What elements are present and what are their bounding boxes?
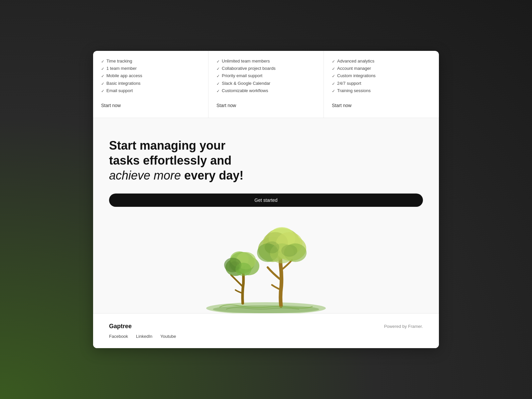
svg-point-18 (265, 241, 279, 253)
pricing-col-enterprise: ✓Advanced analytics ✓Account manager ✓Cu… (324, 51, 439, 118)
feature-item: ✓Slack & Google Calendar (216, 80, 316, 87)
check-icon: ✓ (216, 66, 220, 72)
pro-feature-list: ✓Unlimited team members ✓Collaborative p… (216, 58, 316, 95)
enterprise-feature-list: ✓Advanced analytics ✓Account manager ✓Cu… (332, 58, 431, 95)
start-now-button-basic[interactable]: Start now (101, 103, 121, 108)
feature-item: ✓24/7 support (332, 80, 431, 87)
feature-item: ✓Collaborative project boards (216, 65, 316, 72)
check-icon: ✓ (101, 58, 104, 65)
footer-top: Gaptree Powered by Framer. (109, 323, 423, 330)
outer-background: ✓Time tracking ✓1 team member ✓Mobile ap… (0, 0, 532, 399)
trees-svg (200, 213, 332, 313)
footer-link-linkedin[interactable]: LinkedIn (136, 334, 152, 339)
check-icon: ✓ (101, 73, 104, 79)
check-icon: ✓ (101, 66, 104, 72)
basic-feature-list: ✓Time tracking ✓1 team member ✓Mobile ap… (101, 58, 200, 95)
cta-headline: Start managing your tasks effortlessly a… (109, 138, 249, 183)
start-now-button-pro[interactable]: Start now (216, 103, 236, 108)
feature-item: ✓Custom integrations (332, 72, 431, 79)
feature-item: ✓Time tracking (101, 58, 200, 65)
check-icon: ✓ (216, 80, 220, 87)
check-icon: ✓ (101, 88, 104, 94)
pricing-col-pro: ✓Unlimited team members ✓Collaborative p… (208, 51, 324, 118)
check-icon: ✓ (332, 80, 335, 87)
check-icon: ✓ (332, 58, 335, 65)
footer-link-facebook[interactable]: Facebook (109, 334, 128, 339)
feature-item: ✓Priority email support (216, 72, 316, 79)
footer-links: Facebook LinkedIn Youtube (109, 334, 423, 339)
tree-illustration (109, 207, 423, 313)
check-icon: ✓ (101, 80, 104, 87)
pricing-col-basic: ✓Time tracking ✓1 team member ✓Mobile ap… (93, 51, 208, 118)
main-card: ✓Time tracking ✓1 team member ✓Mobile ap… (93, 51, 439, 348)
feature-item: ✓Account manager (332, 65, 431, 72)
footer-logo: Gaptree (109, 323, 132, 330)
cta-headline-italic: achieve more (109, 169, 181, 182)
feature-item: ✓1 team member (101, 65, 200, 72)
svg-point-20 (229, 261, 240, 271)
feature-item: ✓Training sessions (332, 87, 431, 94)
feature-item: ✓Unlimited team members (216, 58, 316, 65)
footer-link-youtube[interactable]: Youtube (160, 334, 176, 339)
check-icon: ✓ (332, 66, 335, 72)
powered-by-text: Powered by Framer. (384, 324, 423, 329)
check-icon: ✓ (216, 88, 220, 94)
cta-text-block: Start managing your tasks effortlessly a… (109, 138, 249, 183)
pricing-section: ✓Time tracking ✓1 team member ✓Mobile ap… (93, 51, 439, 118)
feature-item: ✓Advanced analytics (332, 58, 431, 65)
check-icon: ✓ (216, 58, 220, 65)
start-now-button-enterprise[interactable]: Start now (332, 103, 351, 108)
svg-point-19 (281, 245, 297, 257)
check-icon: ✓ (216, 73, 220, 79)
check-icon: ✓ (332, 73, 335, 79)
feature-item: ✓Basic integrations (101, 80, 200, 87)
get-started-button[interactable]: Get started (109, 194, 423, 207)
cta-section: Start managing your tasks effortlessly a… (93, 118, 439, 313)
check-icon: ✓ (332, 88, 335, 94)
feature-item: ✓Customizable workflows (216, 87, 316, 94)
feature-item: ✓Mobile app access (101, 72, 200, 79)
footer: Gaptree Powered by Framer. Facebook Link… (93, 313, 439, 348)
feature-item: ✓Email support (101, 87, 200, 94)
